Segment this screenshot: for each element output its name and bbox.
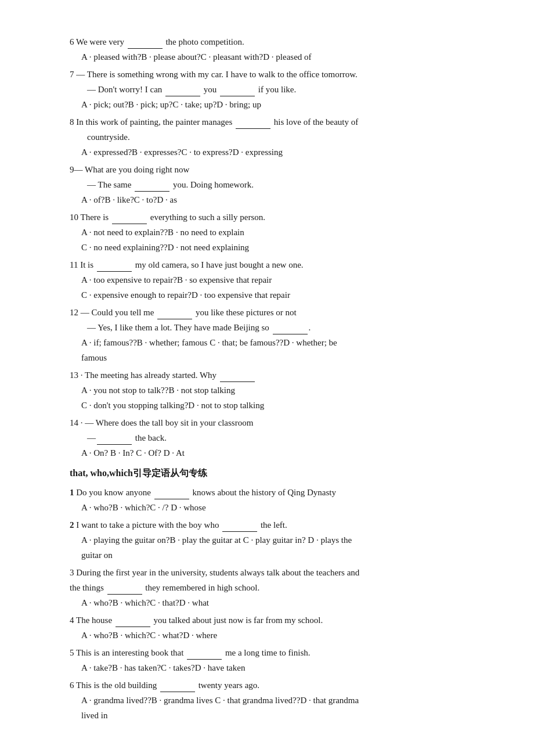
q13-options2: C · don't you stopping talking?D · not t… <box>70 398 488 412</box>
q3b-blank <box>107 594 142 595</box>
q6-line: 6 We were very the photo competition. <box>70 35 488 49</box>
q6b-options2: lived in <box>70 708 488 722</box>
q1b-line: 1 Do you know anyone knows about the his… <box>70 485 488 499</box>
section-one: 6 We were very the photo competition. A … <box>70 35 488 460</box>
q1b-blank <box>154 499 189 499</box>
question-14: 14 · — Where does the tall boy sit in yo… <box>70 416 488 460</box>
q14-options: A · On? B · In? C · Of? D · At <box>70 446 488 460</box>
q11-line: 11 It is my old camera, so I have just b… <box>70 258 488 272</box>
q2b-options1: A · playing the guitar on?B · play the g… <box>70 533 488 547</box>
q12-line2: — Yes, I like them a lot. They have made… <box>70 321 488 334</box>
q12-options2: famous <box>70 351 488 365</box>
q7-options: A · pick; out?B · pick; up?C · take; up?… <box>70 98 488 111</box>
q9-line1: 9— What are you doing right now <box>70 163 488 177</box>
q1b-options: A · who?B · which?C · /? D · whose <box>70 501 488 514</box>
q6b-blank <box>160 692 195 692</box>
q12-options1: A · if; famous??B · whether; famous C · … <box>70 336 488 350</box>
q4b-line: 4 The house you talked about just now is… <box>70 613 488 627</box>
question-3b: 3 During the first year in the universit… <box>70 566 488 610</box>
q8-options: A · expressed?B · expresses?C · to expre… <box>70 145 488 159</box>
q3b-line2: the things they remembered in high schoo… <box>70 581 488 595</box>
section-two: 1 Do you know anyone knows about the his… <box>70 485 488 722</box>
question-9: 9— What are you doing right now — The sa… <box>70 163 488 207</box>
q6-options: A · pleased with?B · please about?C · pl… <box>70 50 488 64</box>
question-12: 12 — Could you tell me you like these pi… <box>70 305 488 365</box>
question-10: 10 There is everything to such a silly p… <box>70 210 488 254</box>
q8-line1: 8 In this work of painting, the painter … <box>70 115 488 129</box>
q6b-options1: A · grandma lived??B · grandma lives C ·… <box>70 693 488 707</box>
q8-line2: countryside. <box>70 130 488 144</box>
q11-blank <box>97 271 132 272</box>
question-13: 13 · The meeting has already started. Wh… <box>70 368 488 412</box>
q5b-options: A · take?B · has taken?C · takes?D · hav… <box>70 661 488 675</box>
q9-options: A · of?B · like?C · to?D · as <box>70 193 488 207</box>
q13-line: 13 · The meeting has already started. Wh… <box>70 368 488 382</box>
q2b-line: 2 I want to take a picture with the boy … <box>70 518 488 532</box>
q14-line2: — the back. <box>70 431 488 445</box>
q10-blank <box>112 224 147 224</box>
q8-blank <box>236 128 270 129</box>
q11-options1: A · too expensive to repair?B · so expen… <box>70 273 488 287</box>
q9-line2: — The same you. Doing homework. <box>70 178 488 192</box>
question-7: 7 — There is something wrong with my car… <box>70 67 488 111</box>
q10-line: 10 There is everything to such a silly p… <box>70 210 488 224</box>
q5b-blank <box>187 659 222 660</box>
q7-line2: — Don't worry! I can you if you like. <box>70 82 488 96</box>
section-two-title: that, who,which引导定语从句专练 <box>70 466 488 481</box>
q4b-blank <box>116 627 150 627</box>
q10-options1: A · not need to explain??B · no need to … <box>70 225 488 239</box>
q2b-options2: guitar on <box>70 548 488 562</box>
q11-options2: C · expensive enough to repair?D · too e… <box>70 288 488 302</box>
q12-blank1 <box>157 319 192 319</box>
q13-options1: A · you not stop to talk??B · not stop t… <box>70 383 488 397</box>
question-2b: 2 I want to take a picture with the boy … <box>70 518 488 562</box>
q7-line1: 7 — There is something wrong with my car… <box>70 67 488 81</box>
q12-line1: 12 — Could you tell me you like these pi… <box>70 305 488 319</box>
q14-line1: 14 · — Where does the tall boy sit in yo… <box>70 416 488 430</box>
q7-blank1 <box>165 96 200 96</box>
q9-blank <box>135 191 169 192</box>
question-6b: 6 This is the old building twenty years … <box>70 678 488 722</box>
q6b-line: 6 This is the old building twenty years … <box>70 678 488 692</box>
q10-options2: C · no need explaining??D · not need exp… <box>70 240 488 254</box>
question-5b: 5 This is an interesting book that me a … <box>70 646 488 675</box>
q7-blank2 <box>220 96 255 96</box>
question-4b: 4 The house you talked about just now is… <box>70 613 488 642</box>
question-1b: 1 Do you know anyone knows about the his… <box>70 485 488 514</box>
q4b-options: A · who?B · which?C · what?D · where <box>70 628 488 642</box>
question-6: 6 We were very the photo competition. A … <box>70 35 488 64</box>
q6-blank <box>128 48 163 49</box>
q13-blank <box>220 381 255 382</box>
main-content: 6 We were very the photo competition. A … <box>70 35 488 722</box>
q3b-options: A · who?B · which?C · that?D · what <box>70 596 488 610</box>
q5b-line: 5 This is an interesting book that me a … <box>70 646 488 660</box>
q2b-blank <box>222 531 257 532</box>
q14-blank <box>97 444 132 445</box>
q3b-line1: 3 During the first year in the universit… <box>70 566 488 579</box>
question-11: 11 It is my old camera, so I have just b… <box>70 258 488 302</box>
question-8: 8 In this work of painting, the painter … <box>70 115 488 159</box>
q12-blank2 <box>273 334 308 334</box>
